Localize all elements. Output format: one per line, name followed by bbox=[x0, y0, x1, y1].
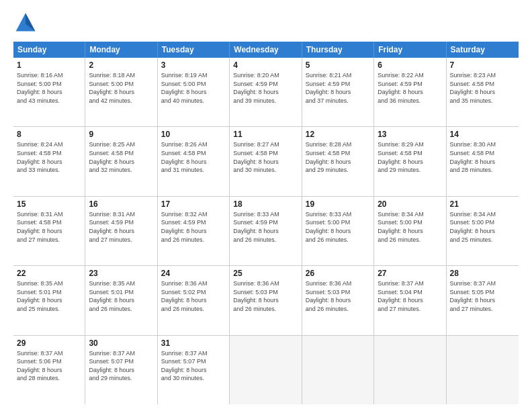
calendar-body: 1Sunrise: 8:16 AM Sunset: 5:00 PM Daylig… bbox=[13, 58, 519, 404]
cal-cell-3-2: 16Sunrise: 8:31 AM Sunset: 4:59 PM Dayli… bbox=[85, 197, 157, 265]
cal-cell-1-1: 1Sunrise: 8:16 AM Sunset: 5:00 PM Daylig… bbox=[13, 58, 85, 126]
cal-week-5: 29Sunrise: 8:37 AM Sunset: 5:06 PM Dayli… bbox=[13, 336, 519, 404]
logo bbox=[13, 11, 42, 35]
day-number: 6 bbox=[378, 60, 442, 70]
calendar: SundayMondayTuesdayWednesdayThursdayFrid… bbox=[13, 42, 519, 404]
cal-cell-2-1: 8Sunrise: 8:24 AM Sunset: 4:58 PM Daylig… bbox=[13, 127, 85, 195]
day-number: 8 bbox=[17, 130, 81, 139]
day-number: 17 bbox=[161, 199, 226, 209]
cal-cell-3-7: 21Sunrise: 8:34 AM Sunset: 5:00 PM Dayli… bbox=[447, 197, 519, 265]
day-info: Sunrise: 8:18 AM Sunset: 5:00 PM Dayligh… bbox=[89, 71, 153, 105]
day-info: Sunrise: 8:31 AM Sunset: 4:58 PM Dayligh… bbox=[17, 210, 81, 244]
day-number: 13 bbox=[378, 130, 442, 139]
day-info: Sunrise: 8:30 AM Sunset: 4:58 PM Dayligh… bbox=[450, 140, 515, 174]
header bbox=[13, 11, 519, 35]
cal-header-cell-tuesday: Tuesday bbox=[158, 42, 230, 58]
day-info: Sunrise: 8:37 AM Sunset: 5:07 PM Dayligh… bbox=[89, 349, 153, 383]
cal-week-3: 15Sunrise: 8:31 AM Sunset: 4:58 PM Dayli… bbox=[13, 197, 519, 266]
day-info: Sunrise: 8:37 AM Sunset: 5:06 PM Dayligh… bbox=[17, 349, 81, 383]
cal-cell-5-3: 31Sunrise: 8:37 AM Sunset: 5:07 PM Dayli… bbox=[158, 336, 230, 404]
day-info: Sunrise: 8:32 AM Sunset: 4:59 PM Dayligh… bbox=[161, 210, 226, 244]
day-number: 2 bbox=[89, 60, 153, 70]
cal-header-cell-friday: Friday bbox=[374, 42, 446, 58]
cal-cell-5-5 bbox=[302, 336, 374, 404]
day-info: Sunrise: 8:21 AM Sunset: 4:59 PM Dayligh… bbox=[306, 71, 370, 105]
day-info: Sunrise: 8:36 AM Sunset: 5:03 PM Dayligh… bbox=[306, 279, 370, 313]
cal-cell-3-4: 18Sunrise: 8:33 AM Sunset: 4:59 PM Dayli… bbox=[230, 197, 302, 265]
day-info: Sunrise: 8:34 AM Sunset: 5:00 PM Dayligh… bbox=[378, 210, 442, 244]
day-number: 31 bbox=[161, 338, 226, 348]
day-info: Sunrise: 8:37 AM Sunset: 5:07 PM Dayligh… bbox=[161, 349, 226, 383]
day-info: Sunrise: 8:23 AM Sunset: 4:58 PM Dayligh… bbox=[450, 71, 515, 105]
day-number: 25 bbox=[233, 269, 298, 278]
day-number: 19 bbox=[306, 199, 370, 209]
day-number: 4 bbox=[233, 60, 298, 70]
cal-cell-1-7: 7Sunrise: 8:23 AM Sunset: 4:58 PM Daylig… bbox=[447, 58, 519, 126]
day-info: Sunrise: 8:29 AM Sunset: 4:58 PM Dayligh… bbox=[378, 140, 442, 174]
page: SundayMondayTuesdayWednesdayThursdayFrid… bbox=[0, 0, 532, 411]
day-number: 30 bbox=[89, 338, 153, 348]
cal-cell-2-3: 10Sunrise: 8:26 AM Sunset: 4:58 PM Dayli… bbox=[158, 127, 230, 195]
day-info: Sunrise: 8:37 AM Sunset: 5:04 PM Dayligh… bbox=[378, 279, 442, 313]
day-info: Sunrise: 8:19 AM Sunset: 5:00 PM Dayligh… bbox=[161, 71, 226, 105]
cal-cell-5-7 bbox=[447, 336, 519, 404]
cal-cell-5-6 bbox=[374, 336, 446, 404]
day-info: Sunrise: 8:22 AM Sunset: 4:59 PM Dayligh… bbox=[378, 71, 442, 105]
day-number: 10 bbox=[161, 130, 226, 139]
day-info: Sunrise: 8:37 AM Sunset: 5:05 PM Dayligh… bbox=[450, 279, 515, 313]
day-number: 18 bbox=[233, 199, 298, 209]
day-info: Sunrise: 8:24 AM Sunset: 4:58 PM Dayligh… bbox=[17, 140, 81, 174]
day-number: 27 bbox=[378, 269, 442, 278]
cal-cell-1-6: 6Sunrise: 8:22 AM Sunset: 4:59 PM Daylig… bbox=[374, 58, 446, 126]
cal-header-cell-thursday: Thursday bbox=[302, 42, 374, 58]
day-info: Sunrise: 8:16 AM Sunset: 5:00 PM Dayligh… bbox=[17, 71, 81, 105]
day-info: Sunrise: 8:26 AM Sunset: 4:58 PM Dayligh… bbox=[161, 140, 226, 174]
day-number: 12 bbox=[306, 130, 370, 139]
cal-cell-2-4: 11Sunrise: 8:27 AM Sunset: 4:58 PM Dayli… bbox=[230, 127, 302, 195]
general-blue-logo-icon bbox=[13, 11, 38, 35]
cal-cell-1-2: 2Sunrise: 8:18 AM Sunset: 5:00 PM Daylig… bbox=[85, 58, 157, 126]
cal-cell-1-5: 5Sunrise: 8:21 AM Sunset: 4:59 PM Daylig… bbox=[302, 58, 374, 126]
cal-cell-2-2: 9Sunrise: 8:25 AM Sunset: 4:58 PM Daylig… bbox=[85, 127, 157, 195]
day-number: 11 bbox=[233, 130, 298, 139]
cal-header-cell-sunday: Sunday bbox=[13, 42, 85, 58]
cal-cell-4-6: 27Sunrise: 8:37 AM Sunset: 5:04 PM Dayli… bbox=[374, 266, 446, 334]
cal-week-4: 22Sunrise: 8:35 AM Sunset: 5:01 PM Dayli… bbox=[13, 266, 519, 335]
cal-cell-1-4: 4Sunrise: 8:20 AM Sunset: 4:59 PM Daylig… bbox=[230, 58, 302, 126]
day-number: 5 bbox=[306, 60, 370, 70]
day-number: 21 bbox=[450, 199, 515, 209]
cal-cell-5-2: 30Sunrise: 8:37 AM Sunset: 5:07 PM Dayli… bbox=[85, 336, 157, 404]
day-number: 15 bbox=[17, 199, 81, 209]
cal-week-1: 1Sunrise: 8:16 AM Sunset: 5:00 PM Daylig… bbox=[13, 58, 519, 127]
day-info: Sunrise: 8:36 AM Sunset: 5:02 PM Dayligh… bbox=[161, 279, 226, 313]
day-number: 3 bbox=[161, 60, 226, 70]
calendar-header-row: SundayMondayTuesdayWednesdayThursdayFrid… bbox=[13, 42, 519, 58]
day-number: 22 bbox=[17, 269, 81, 278]
day-info: Sunrise: 8:27 AM Sunset: 4:58 PM Dayligh… bbox=[233, 140, 298, 174]
day-info: Sunrise: 8:31 AM Sunset: 4:59 PM Dayligh… bbox=[89, 210, 153, 244]
cal-cell-5-1: 29Sunrise: 8:37 AM Sunset: 5:06 PM Dayli… bbox=[13, 336, 85, 404]
day-number: 23 bbox=[89, 269, 153, 278]
cal-cell-5-4 bbox=[230, 336, 302, 404]
day-number: 29 bbox=[17, 338, 81, 348]
cal-cell-2-7: 14Sunrise: 8:30 AM Sunset: 4:58 PM Dayli… bbox=[447, 127, 519, 195]
day-number: 24 bbox=[161, 269, 226, 278]
day-number: 14 bbox=[450, 130, 515, 139]
cal-week-2: 8Sunrise: 8:24 AM Sunset: 4:58 PM Daylig… bbox=[13, 127, 519, 196]
cal-cell-3-6: 20Sunrise: 8:34 AM Sunset: 5:00 PM Dayli… bbox=[374, 197, 446, 265]
cal-cell-3-5: 19Sunrise: 8:33 AM Sunset: 5:00 PM Dayli… bbox=[302, 197, 374, 265]
day-info: Sunrise: 8:34 AM Sunset: 5:00 PM Dayligh… bbox=[450, 210, 515, 244]
cal-cell-4-4: 25Sunrise: 8:36 AM Sunset: 5:03 PM Dayli… bbox=[230, 266, 302, 334]
cal-header-cell-monday: Monday bbox=[85, 42, 157, 58]
day-number: 7 bbox=[450, 60, 515, 70]
cal-cell-1-3: 3Sunrise: 8:19 AM Sunset: 5:00 PM Daylig… bbox=[158, 58, 230, 126]
cal-header-cell-saturday: Saturday bbox=[447, 42, 519, 58]
cal-cell-3-3: 17Sunrise: 8:32 AM Sunset: 4:59 PM Dayli… bbox=[158, 197, 230, 265]
cal-cell-4-5: 26Sunrise: 8:36 AM Sunset: 5:03 PM Dayli… bbox=[302, 266, 374, 334]
day-info: Sunrise: 8:33 AM Sunset: 5:00 PM Dayligh… bbox=[306, 210, 370, 244]
cal-cell-4-7: 28Sunrise: 8:37 AM Sunset: 5:05 PM Dayli… bbox=[447, 266, 519, 334]
day-number: 26 bbox=[306, 269, 370, 278]
day-number: 28 bbox=[450, 269, 515, 278]
day-number: 16 bbox=[89, 199, 153, 209]
cal-cell-2-5: 12Sunrise: 8:28 AM Sunset: 4:58 PM Dayli… bbox=[302, 127, 374, 195]
